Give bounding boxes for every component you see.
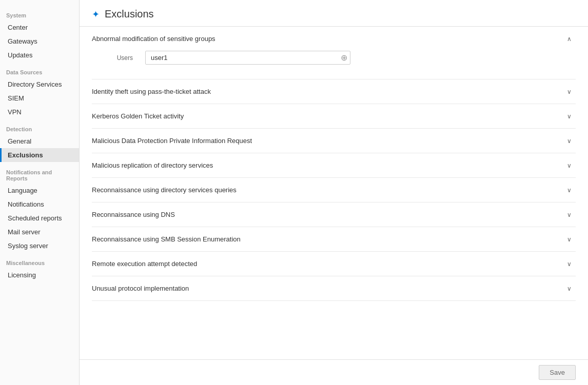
sidebar-item-directory-services[interactable]: Directory Services — [0, 77, 79, 91]
exclusions-list: Abnormal modification of sensitive group… — [80, 27, 588, 359]
save-button[interactable]: Save — [539, 365, 576, 380]
exclusion-field-row: Users⊕ — [92, 51, 576, 65]
chevron-down-icon: ∨ — [567, 285, 572, 292]
sidebar-section-label: Notifications and Reports — [0, 162, 79, 184]
main-footer: Save — [80, 359, 588, 385]
exclusion-item: Reconnaissance using DNS∨ — [92, 202, 576, 227]
exclusion-title: Malicious Data Protection Private Inform… — [92, 137, 252, 145]
exclusion-expanded-abnormal-modification: Users⊕ — [92, 51, 576, 79]
exclusion-header-reconnaissance-dir[interactable]: Reconnaissance using directory services … — [92, 178, 576, 202]
exclusion-header-malicious-replication[interactable]: Malicious replication of directory servi… — [92, 153, 576, 177]
exclusion-header-kerberos-golden[interactable]: Kerberos Golden Ticket activity∨ — [92, 104, 576, 128]
exclusion-header-malicious-data[interactable]: Malicious Data Protection Private Inform… — [92, 129, 576, 153]
exclusion-users-input[interactable] — [145, 51, 350, 65]
chevron-down-icon: ∨ — [567, 137, 572, 145]
exclusion-title: Reconnaissance using DNS — [92, 211, 175, 218]
chevron-up-icon: ∧ — [567, 35, 572, 43]
add-user-button[interactable]: ⊕ — [341, 54, 347, 62]
exclusion-header-abnormal-modification[interactable]: Abnormal modification of sensitive group… — [92, 27, 576, 51]
sidebar-item-notifications[interactable]: Notifications — [0, 197, 79, 211]
sidebar-item-scheduled-reports[interactable]: Scheduled reports — [0, 211, 79, 225]
sidebar-item-licensing[interactable]: Licensing — [0, 268, 79, 282]
exclusion-header-remote-execution[interactable]: Remote execution attempt detected∨ — [92, 252, 576, 276]
sidebar-item-vpn[interactable]: VPN — [0, 105, 79, 119]
chevron-down-icon: ∨ — [567, 88, 572, 95]
sidebar-item-updates[interactable]: Updates — [0, 48, 79, 62]
chevron-down-icon: ∨ — [567, 211, 572, 218]
exclusion-title: Reconnaissance using SMB Session Enumera… — [92, 235, 241, 243]
chevron-down-icon: ∨ — [567, 113, 572, 120]
sidebar-section-label: Miscellaneous — [0, 253, 79, 268]
sidebar-item-mail-server[interactable]: Mail server — [0, 225, 79, 239]
exclusion-item: Reconnaissance using directory services … — [92, 178, 576, 202]
exclusion-header-unusual-protocol[interactable]: Unusual protocol implementation∨ — [92, 276, 576, 300]
sidebar-item-exclusions[interactable]: Exclusions — [0, 148, 79, 162]
exclusion-input-wrap: ⊕ — [145, 51, 350, 65]
main-header: ✦ Exclusions — [80, 0, 588, 27]
exclusion-item: Remote execution attempt detected∨ — [92, 252, 576, 276]
exclusion-item: Identity theft using pass-the-ticket att… — [92, 79, 576, 104]
exclusion-title: Identity theft using pass-the-ticket att… — [92, 88, 211, 95]
sidebar-section-label: Detection — [0, 119, 79, 134]
exclusion-title: Reconnaissance using directory services … — [92, 186, 237, 194]
page-title: Exclusions — [105, 8, 154, 20]
exclusions-icon: ✦ — [92, 9, 100, 20]
exclusion-header-identity-theft[interactable]: Identity theft using pass-the-ticket att… — [92, 79, 576, 104]
exclusion-field-label: Users — [92, 54, 133, 62]
sidebar: SystemCenterGatewaysUpdatesData SourcesD… — [0, 0, 80, 385]
exclusion-item: Unusual protocol implementation∨ — [92, 276, 576, 301]
exclusion-title: Malicious replication of directory servi… — [92, 161, 213, 169]
main-content: ✦ Exclusions Abnormal modification of se… — [80, 0, 588, 385]
exclusion-title: Remote execution attempt detected — [92, 260, 197, 268]
exclusion-header-reconnaissance-smb[interactable]: Reconnaissance using SMB Session Enumera… — [92, 227, 576, 251]
sidebar-section-label: System — [0, 5, 79, 21]
exclusion-title: Unusual protocol implementation — [92, 285, 189, 292]
exclusion-item: Abnormal modification of sensitive group… — [92, 27, 576, 79]
exclusion-header-reconnaissance-dns[interactable]: Reconnaissance using DNS∨ — [92, 202, 576, 227]
sidebar-item-syslog-server[interactable]: Syslog server — [0, 239, 79, 253]
sidebar-item-gateways[interactable]: Gateways — [0, 34, 79, 48]
sidebar-item-language[interactable]: Language — [0, 184, 79, 197]
exclusion-item: Malicious replication of directory servi… — [92, 153, 576, 178]
chevron-down-icon: ∨ — [567, 187, 572, 194]
exclusion-title: Abnormal modification of sensitive group… — [92, 35, 215, 43]
sidebar-section-label: Data Sources — [0, 62, 79, 77]
exclusion-item: Malicious Data Protection Private Inform… — [92, 129, 576, 153]
exclusion-item: Reconnaissance using SMB Session Enumera… — [92, 227, 576, 252]
chevron-down-icon: ∨ — [567, 162, 572, 169]
chevron-down-icon: ∨ — [567, 260, 572, 268]
sidebar-item-general[interactable]: General — [0, 134, 79, 148]
exclusion-title: Kerberos Golden Ticket activity — [92, 112, 184, 120]
chevron-down-icon: ∨ — [567, 236, 572, 243]
exclusion-item: Kerberos Golden Ticket activity∨ — [92, 104, 576, 129]
sidebar-item-center[interactable]: Center — [0, 21, 79, 34]
sidebar-item-siem[interactable]: SIEM — [0, 91, 79, 105]
